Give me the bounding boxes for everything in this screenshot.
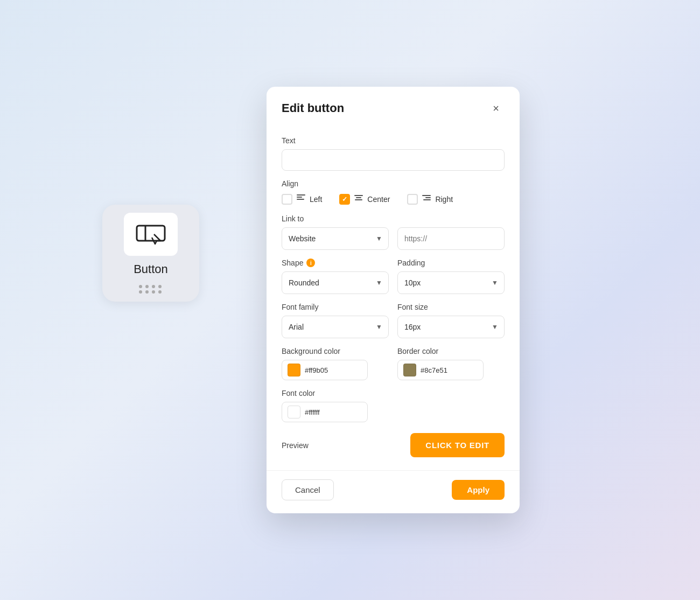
shape-padding-row: Shape i Rounded Square Pill ▼ Padding	[282, 250, 505, 294]
text-field-label: Text	[282, 136, 505, 145]
padding-select[interactable]: 5px 10px 15px 20px	[397, 271, 505, 294]
shape-select[interactable]: Rounded Square Pill	[282, 271, 389, 294]
align-center-label: Center	[367, 195, 390, 204]
modal-title: Edit button	[282, 101, 344, 115]
border-color-label: Border color	[397, 347, 505, 355]
border-color-field[interactable]: #8c7e51	[397, 360, 484, 380]
align-center-icon	[353, 193, 364, 206]
padding-col: Padding 5px 10px 15px 20px ▼	[397, 250, 505, 294]
svg-rect-6	[356, 197, 361, 198]
align-center-checkbox[interactable]	[339, 194, 350, 205]
font-color-value: #ffffff	[305, 408, 320, 416]
font-color-col: Font color #ffffff	[282, 389, 505, 422]
border-color-value: #8c7e51	[421, 366, 447, 374]
shape-label: Shape i	[282, 259, 389, 267]
align-center-option[interactable]: Center	[339, 193, 390, 206]
preview-button[interactable]: CLICK TO EDIT	[410, 433, 505, 457]
bg-color-label: Background color	[282, 347, 389, 355]
apply-button[interactable]: Apply	[452, 480, 505, 500]
font-size-col: Font size 12px 14px 16px 18px 20px 24px …	[397, 294, 505, 338]
align-left-option[interactable]: Left	[282, 192, 322, 206]
align-left-label: Left	[310, 195, 322, 204]
svg-rect-3	[297, 197, 302, 198]
align-row: Left Center	[282, 192, 505, 206]
font-color-field[interactable]: #ffffff	[282, 402, 368, 422]
modal-header: Edit button ×	[267, 87, 520, 125]
preview-row: Preview CLICK TO EDIT	[282, 433, 505, 457]
bg-color-swatch	[288, 364, 300, 376]
bg-color-value: #ff9b05	[305, 366, 328, 374]
modal-body[interactable]: Text Align Left	[267, 125, 520, 470]
font-size-select[interactable]: 12px 14px 16px 18px 20px 24px	[397, 316, 505, 338]
bg-color-field[interactable]: #ff9b05	[282, 360, 368, 380]
color-row: Background color #ff9b05 Border color #8…	[282, 338, 505, 380]
cancel-button[interactable]: Cancel	[282, 479, 334, 500]
close-button[interactable]: ×	[487, 100, 505, 117]
font-color-label: Font color	[282, 389, 505, 397]
svg-rect-10	[423, 199, 431, 200]
align-right-checkbox[interactable]	[407, 194, 418, 205]
svg-rect-9	[425, 197, 431, 198]
align-right-icon	[421, 193, 432, 206]
font-color-swatch	[288, 406, 300, 418]
align-left-checkbox[interactable]	[282, 194, 292, 205]
modal-overlay: Edit button × Text Align	[0, 0, 700, 600]
font-row: Font family Arial Georgia Helvetica Time…	[282, 294, 505, 338]
text-input[interactable]	[282, 149, 505, 171]
shape-info-icon: i	[306, 259, 315, 267]
shape-select-wrapper: Rounded Square Pill ▼	[282, 271, 389, 294]
align-label: Align	[282, 179, 505, 188]
svg-rect-5	[354, 195, 363, 196]
align-right-option[interactable]: Right	[407, 193, 453, 206]
link-to-label: Link to	[282, 214, 505, 223]
align-left-icon	[296, 192, 306, 206]
preview-label: Preview	[282, 441, 309, 450]
svg-rect-8	[422, 195, 431, 196]
font-size-label: Font size	[397, 303, 505, 311]
link-to-row: Website Email Phone File ▼	[282, 227, 505, 250]
url-input[interactable]	[397, 227, 505, 250]
font-family-select-wrapper: Arial Georgia Helvetica Times New Roman …	[282, 316, 389, 338]
padding-select-wrapper: 5px 10px 15px 20px ▼	[397, 271, 505, 294]
link-type-wrapper: Website Email Phone File ▼	[282, 227, 389, 250]
border-color-col: Border color #8c7e51	[397, 338, 505, 380]
edit-button-modal: Edit button × Text Align	[267, 87, 520, 513]
modal-footer: Cancel Apply	[267, 470, 520, 513]
font-family-label: Font family	[282, 303, 389, 311]
svg-rect-4	[297, 199, 304, 200]
shape-col: Shape i Rounded Square Pill ▼	[282, 250, 389, 294]
link-type-select[interactable]: Website Email Phone File	[282, 227, 389, 250]
svg-rect-2	[297, 194, 305, 196]
font-family-select[interactable]: Arial Georgia Helvetica Times New Roman …	[282, 316, 389, 338]
align-right-label: Right	[435, 195, 453, 204]
font-family-col: Font family Arial Georgia Helvetica Time…	[282, 294, 389, 338]
border-color-swatch	[403, 364, 416, 376]
bg-color-col: Background color #ff9b05	[282, 338, 389, 380]
font-size-select-wrapper: 12px 14px 16px 18px 20px 24px ▼	[397, 316, 505, 338]
padding-label: Padding	[397, 259, 505, 267]
svg-rect-7	[355, 199, 362, 200]
